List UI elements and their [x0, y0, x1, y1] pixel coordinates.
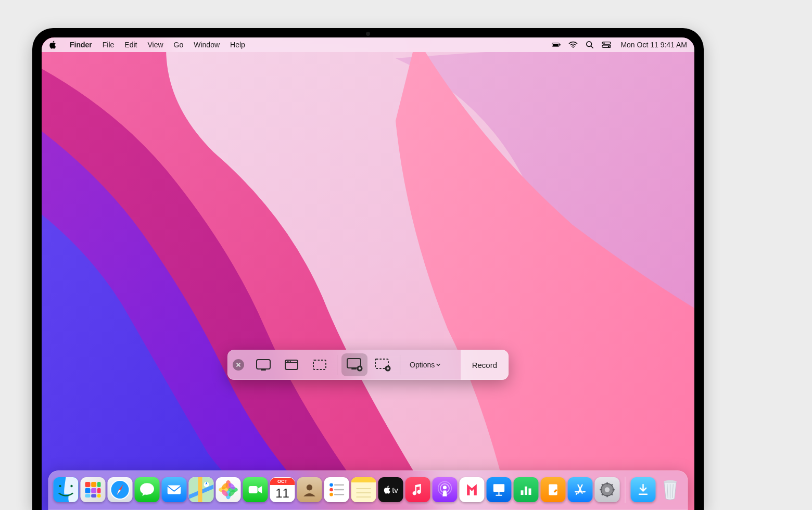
dock-appstore[interactable]: [568, 477, 593, 502]
tv-label: tv: [392, 486, 398, 494]
dock-keynote[interactable]: [487, 477, 512, 502]
svg-point-59: [329, 493, 333, 496]
control-center-icon[interactable]: [602, 40, 611, 49]
dock-downloads[interactable]: [631, 477, 656, 502]
svg-rect-37: [85, 494, 91, 498]
svg-rect-14: [261, 369, 266, 371]
svg-point-27: [387, 367, 389, 370]
svg-rect-72: [521, 490, 524, 495]
svg-rect-2: [553, 44, 559, 46]
dock-reminders[interactable]: [324, 477, 349, 502]
record-label: Record: [472, 361, 497, 369]
svg-rect-42: [168, 486, 181, 494]
menu-bar: Finder File Edit View Go Window Help: [42, 37, 694, 52]
svg-rect-39: [97, 494, 101, 498]
toolbar-divider: [400, 355, 400, 375]
svg-point-82: [605, 487, 610, 492]
dock-notes[interactable]: [351, 477, 376, 502]
svg-rect-35: [91, 488, 96, 493]
svg-point-10: [608, 46, 610, 47]
dock-numbers[interactable]: [514, 477, 539, 502]
svg-rect-31: [85, 482, 91, 487]
svg-rect-22: [351, 368, 357, 369]
chevron-down-icon: [436, 362, 441, 367]
options-label: Options: [410, 361, 435, 369]
app-name[interactable]: Finder: [65, 41, 97, 49]
menu-edit[interactable]: Edit: [119, 41, 142, 49]
record-entire-screen-button[interactable]: [341, 353, 367, 376]
dock-contacts[interactable]: [297, 477, 322, 502]
dock-calendar[interactable]: OCT 11: [270, 477, 295, 502]
svg-point-30: [70, 485, 72, 487]
menu-view[interactable]: View: [142, 41, 168, 49]
svg-rect-33: [97, 482, 101, 487]
svg-rect-13: [257, 360, 270, 369]
svg-point-66: [443, 486, 447, 489]
dock-trash[interactable]: [658, 477, 683, 502]
svg-rect-74: [529, 489, 531, 495]
dock-mail[interactable]: [162, 477, 187, 502]
dock-tv[interactable]: tv: [378, 477, 403, 502]
dock: OCT 11 tv: [48, 470, 688, 510]
capture-selection-button[interactable]: [307, 353, 333, 376]
spotlight-icon[interactable]: [585, 40, 594, 49]
svg-rect-53: [249, 486, 258, 493]
svg-line-87: [602, 484, 603, 486]
apple-menu-icon[interactable]: [49, 41, 57, 49]
svg-point-54: [307, 484, 312, 490]
svg-rect-73: [525, 487, 527, 495]
svg-line-80: [576, 493, 577, 494]
options-button[interactable]: Options: [403, 361, 447, 369]
dock-podcasts[interactable]: [433, 477, 458, 502]
wifi-icon[interactable]: [568, 40, 578, 49]
dock-music[interactable]: [405, 477, 430, 502]
svg-rect-36: [97, 488, 101, 493]
dock-facetime[interactable]: [243, 477, 268, 502]
svg-point-17: [287, 361, 288, 362]
svg-line-6: [591, 46, 593, 48]
svg-rect-20: [313, 360, 326, 369]
dock-maps[interactable]: [189, 477, 214, 502]
svg-rect-69: [493, 484, 504, 492]
calendar-day: 11: [275, 485, 289, 502]
menu-go[interactable]: Go: [169, 41, 189, 49]
record-selection-button[interactable]: [370, 353, 396, 376]
close-button[interactable]: [233, 359, 244, 371]
record-button[interactable]: Record: [461, 350, 509, 380]
capture-window-button[interactable]: [278, 353, 304, 376]
dock-pages[interactable]: [541, 477, 566, 502]
camera-notch: [366, 32, 370, 36]
svg-point-55: [329, 483, 333, 487]
dock-messages[interactable]: [135, 477, 160, 502]
svg-line-89: [611, 484, 612, 486]
svg-point-19: [290, 361, 291, 362]
desktop-wallpaper: [42, 37, 694, 510]
menu-clock[interactable]: Mon Oct 11 9:41 AM: [620, 41, 687, 49]
svg-rect-34: [85, 488, 91, 493]
svg-rect-3: [560, 44, 561, 46]
menu-help[interactable]: Help: [225, 41, 250, 49]
menu-window[interactable]: Window: [188, 41, 225, 49]
battery-icon[interactable]: [552, 40, 561, 49]
dock-settings[interactable]: [595, 477, 620, 502]
dock-news[interactable]: [460, 477, 485, 502]
svg-point-57: [329, 488, 333, 492]
svg-line-88: [611, 494, 612, 495]
svg-line-90: [602, 494, 603, 495]
svg-point-29: [59, 485, 61, 487]
svg-point-5: [587, 42, 592, 47]
screen: Finder File Edit View Go Window Help: [42, 37, 694, 510]
dock-photos[interactable]: [216, 477, 241, 502]
svg-rect-38: [91, 494, 96, 498]
capture-entire-screen-button[interactable]: [250, 353, 276, 376]
toolbar-divider: [337, 355, 337, 375]
svg-rect-62: [351, 482, 376, 502]
calendar-month: OCT: [270, 478, 295, 485]
svg-point-4: [573, 47, 574, 48]
dock-safari[interactable]: [108, 477, 133, 502]
menu-file[interactable]: File: [97, 41, 120, 49]
svg-point-8: [604, 43, 605, 44]
dock-launchpad[interactable]: [81, 477, 106, 502]
dock-finder[interactable]: [54, 477, 79, 502]
svg-point-24: [359, 367, 361, 370]
